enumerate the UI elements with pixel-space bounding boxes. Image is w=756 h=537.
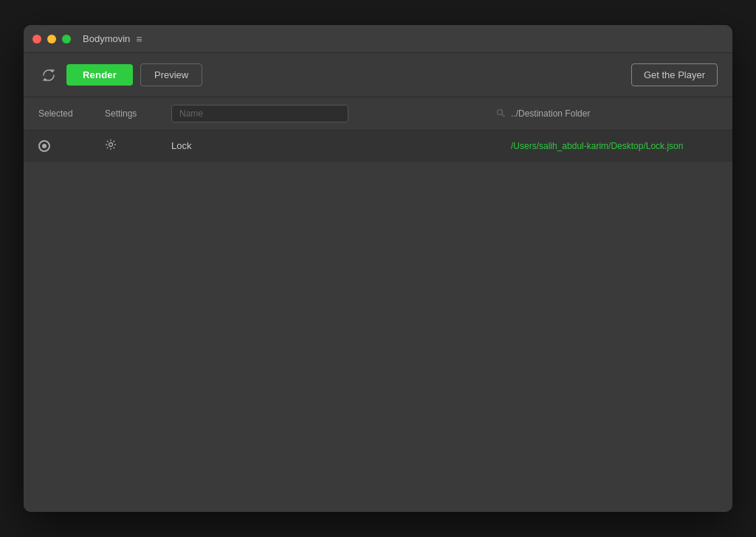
table-row: Lock /Users/salih_abdul-karim/Desktop/Lo… <box>24 131 732 162</box>
close-button[interactable] <box>32 35 41 44</box>
app-window: Bodymovin ≡ Render Preview Get the Playe… <box>24 25 732 512</box>
destination-path: /Users/salih_abdul-karim/Desktop/Lock.js… <box>511 141 683 151</box>
app-title: Bodymovin <box>83 33 130 44</box>
header-destination: ../Destination Folder <box>511 108 718 119</box>
name-search-container <box>171 105 511 122</box>
row-settings-cell <box>105 139 171 153</box>
empty-area <box>24 322 732 513</box>
maximize-button[interactable] <box>62 35 71 44</box>
svg-line-1 <box>502 114 504 117</box>
refresh-icon[interactable] <box>38 65 59 86</box>
row-selected-cell <box>38 140 105 152</box>
selected-radio[interactable] <box>38 140 50 152</box>
content-area: Selected Settings ../Destination Folder <box>24 97 732 512</box>
titlebar: Bodymovin ≡ <box>24 25 732 53</box>
header-selected: Selected <box>38 108 105 119</box>
get-player-button[interactable]: Get the Player <box>631 63 718 86</box>
row-destination-cell[interactable]: /Users/salih_abdul-karim/Desktop/Lock.js… <box>511 141 718 151</box>
header-settings: Settings <box>105 108 171 119</box>
svg-point-2 <box>109 143 113 147</box>
menu-icon[interactable]: ≡ <box>136 33 142 45</box>
svg-point-0 <box>498 109 503 114</box>
toolbar-left: Render Preview <box>38 63 202 86</box>
row-name-cell: Lock <box>171 140 511 151</box>
radio-inner <box>42 144 47 148</box>
header-name <box>171 105 511 122</box>
search-icon <box>496 108 505 119</box>
render-button[interactable]: Render <box>66 64 133 86</box>
toolbar-right: Get the Player <box>631 63 718 86</box>
app-title-area: Bodymovin ≡ <box>83 33 142 45</box>
name-search-input[interactable] <box>171 105 348 122</box>
item-name: Lock <box>171 140 191 151</box>
table-header: Selected Settings ../Destination Folder <box>24 97 732 131</box>
table-body: Lock /Users/salih_abdul-karim/Desktop/Lo… <box>24 131 732 322</box>
settings-gear-icon[interactable] <box>105 139 117 153</box>
toolbar: Render Preview Get the Player <box>24 53 732 97</box>
preview-button[interactable]: Preview <box>140 63 202 86</box>
minimize-button[interactable] <box>47 35 56 44</box>
